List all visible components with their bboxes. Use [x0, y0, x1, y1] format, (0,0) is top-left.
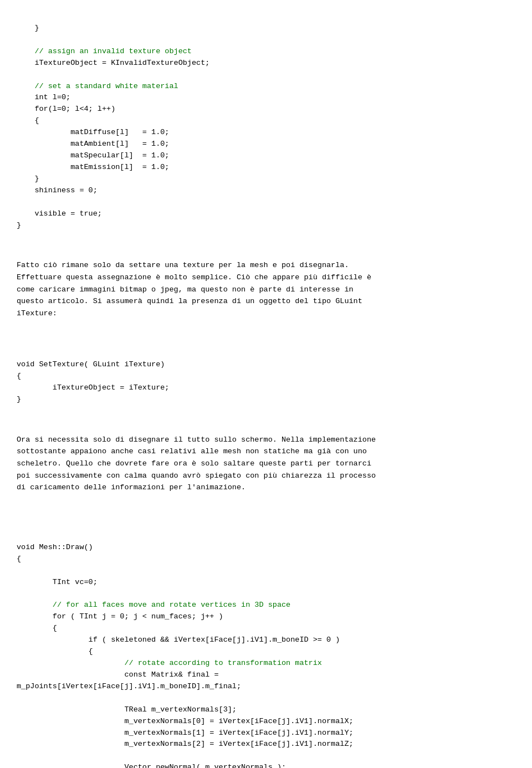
code-section-3: void Mesh::Draw() { TInt vc=0; // for al…	[17, 530, 515, 768]
prose-section-2: Ora si necessita solo di disegnare il tu…	[17, 434, 515, 494]
code-line-comment: // for all faces move and rotate vertice…	[17, 601, 290, 609]
code-line: }	[17, 221, 21, 229]
code-line: const Matrix& final =	[17, 670, 219, 679]
code-line: iTextureObject = KInvalidTextureObject;	[17, 59, 209, 67]
code-line: visible = true;	[17, 209, 102, 218]
code-line: iTextureObject = iTexture;	[17, 383, 169, 392]
code-line: m_vertexNormals[2] = iVertex[iFace[j].iV…	[17, 740, 354, 748]
code-line: matDiffuse[l] = 1.0;	[17, 128, 169, 136]
code-line: }	[17, 24, 39, 32]
code-line: m_vertexNormals[0] = iVertex[iFace[j].iV…	[17, 717, 354, 725]
code-line: matEmission[l] = 1.0;	[17, 163, 169, 171]
code-line: {	[17, 372, 21, 380]
code-line: }	[17, 395, 21, 403]
code-line: if ( skeletoned && iVertex[iFace[j].iV1]…	[17, 636, 340, 644]
code-line: for ( TInt j = 0; j < num_faces; j++ )	[17, 612, 223, 621]
code-line: void SetTexture( GLuint iTexture)	[17, 360, 165, 368]
code-line: shininess = 0;	[17, 186, 98, 194]
code-line-comment: // rotate according to transformation ma…	[17, 659, 322, 667]
code-line: m_pJoints[iVertex[iFace[j].iV1].m_boneID…	[17, 682, 241, 690]
code-line: for(l=0; l<4; l++)	[17, 105, 115, 113]
code-line: void Mesh::Draw()	[17, 543, 93, 551]
code-line: m_vertexNormals[1] = iVertex[iFace[j].iV…	[17, 729, 354, 737]
code-line: {	[17, 116, 39, 125]
code-line: matSpecular[l] = 1.0;	[17, 151, 169, 160]
code-line: {	[17, 647, 93, 656]
code-line: Vector newNormal( m_vertexNormals );	[17, 763, 286, 768]
code-line-comment: // set a standard white material	[17, 82, 178, 90]
code-line: TReal m_vertexNormals[3];	[17, 705, 237, 714]
code-line: matAmbient[l] = 1.0;	[17, 140, 169, 148]
code-line-comment: // assign an invalid texture object	[17, 47, 192, 55]
code-section-2: void SetTexture( GLuint iTexture) { iTex…	[17, 336, 515, 417]
code-line: TInt vc=0;	[17, 578, 98, 586]
page-content: } // assign an invalid texture object iT…	[17, 11, 515, 768]
code-line: int l=0;	[17, 93, 70, 101]
prose-section-1: Fatto ciò rimane solo da settare una tex…	[17, 259, 515, 319]
code-line: }	[17, 175, 39, 183]
code-line: {	[17, 624, 57, 632]
code-section-1: } // assign an invalid texture object iT…	[17, 11, 515, 243]
code-line: {	[17, 555, 21, 563]
